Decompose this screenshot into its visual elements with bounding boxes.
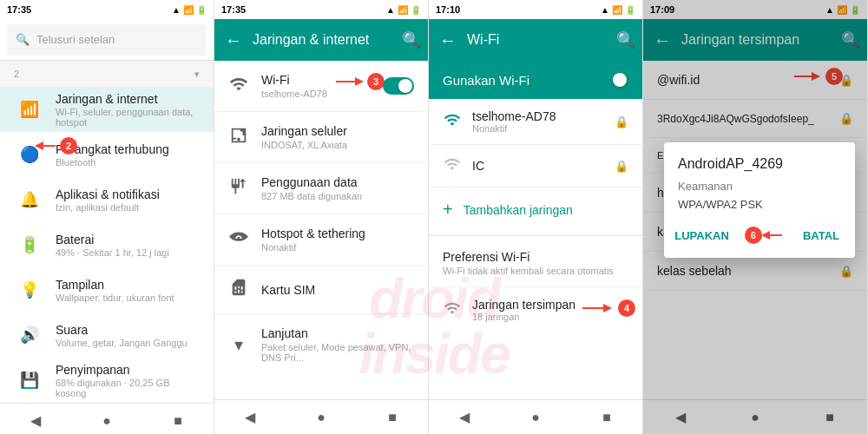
forget-button[interactable]: LUPAKAN — [666, 224, 738, 247]
saved-sublabel: 18 jaringan — [472, 312, 628, 322]
home-nav-3[interactable]: ● — [518, 410, 553, 425]
signal-2: 📶 — [398, 5, 408, 15]
wifi-toolbar: ← Wi-Fi 🔍 — [429, 19, 642, 61]
lanjutan-item[interactable]: ▾ Lanjutan Paket seluler, Mode pesawat, … — [214, 314, 428, 375]
wifi-pref-item[interactable]: Preferensi Wi-Fi Wi-Fi tidak aktif kemba… — [429, 240, 642, 287]
time-2: 17:35 — [221, 4, 246, 15]
display-icon: 💡 — [14, 274, 45, 306]
storage-icon: 💾 — [14, 365, 45, 396]
tselhome-item[interactable]: tselhome-AD78 Nonaktif 🔒 — [429, 99, 642, 145]
use-wifi-label: Gunakan Wi-Fi — [443, 73, 529, 88]
penyimpanan-sublabel: 68% digunakan · 20,25 GB kosong — [56, 378, 200, 398]
network-panel: 17:35 ▲ 📶 🔋 ← Jaringan & internet 🔍 Wi-F… — [214, 0, 429, 434]
sidebar-item-jaringan[interactable]: 📶 Jaringan & internet Wi-Fi, seluler, pe… — [0, 87, 214, 132]
ic-item[interactable]: IC 🔒 — [429, 145, 642, 187]
aplikasi-label: Aplikasi & notifikasi — [56, 187, 200, 201]
wifi-setting-icon — [228, 75, 249, 98]
saved-panel: 17:09 ▲ 📶 🔋 ← Jaringan tersimpan 🔍 @wifi… — [643, 0, 868, 434]
perangkat-sublabel: Bluetooth — [56, 157, 200, 168]
add-network-item[interactable]: + Tambahkan jaringan — [429, 187, 642, 232]
lanjutan-label: Lanjutan — [261, 326, 414, 340]
status-bar-2: 17:35 ▲ 📶 🔋 — [214, 0, 428, 19]
back-nav-2[interactable]: ◀ — [233, 409, 267, 425]
dialog-overlay: AndroidAP_4269 Keamanan WPA/WPA2 PSK LUP… — [643, 0, 867, 434]
sidebar-item-suara[interactable]: 🔊 Suara Volume, getar, Jangan Ganggu — [0, 312, 214, 358]
cellular-setting-item[interactable]: Jaringan seluler INDOSAT, XL Axiata — [214, 112, 428, 163]
data-usage-icon — [228, 177, 249, 201]
hotspot-sublabel: Nonaktif — [261, 242, 414, 253]
lanjutan-sublabel: Paket seluler, Mode pesawat, VPN, DNS Pr… — [261, 342, 414, 363]
pref-label: Preferensi Wi-Fi — [443, 250, 628, 264]
tselhome-sublabel: Nonaktif — [472, 123, 604, 134]
tselhome-lock-icon: 🔒 — [615, 115, 628, 128]
sidebar-item-baterai[interactable]: 🔋 Baterai 49% · Sekitar 1 hr, 12 j lagi — [0, 222, 214, 267]
dialog-security-label: Keamanan — [664, 177, 855, 195]
settings-search-bar[interactable]: 🔍 Telusuri setelan — [7, 24, 207, 56]
saved-networks-item[interactable]: Jaringan tersimpan 18 jaringan 4 — [429, 287, 642, 332]
annotation-circle-6: 6 — [745, 227, 762, 244]
home-nav-1[interactable]: ● — [89, 413, 124, 429]
hotspot-icon — [228, 228, 249, 252]
sidebar-item-penyimpanan[interactable]: 💾 Penyimpanan 68% digunakan · 20,25 GB k… — [0, 358, 214, 403]
search-button-3[interactable]: 🔍 — [616, 30, 635, 49]
back-button-3[interactable]: ← — [436, 27, 460, 54]
battery-settings-icon: 🔋 — [14, 229, 45, 260]
use-wifi-bar: Gunakan Wi-Fi — [429, 61, 642, 99]
section-header: 2 ▾ — [0, 61, 214, 87]
search-button-2[interactable]: 🔍 — [402, 30, 421, 49]
bottom-nav-1: ◀ ● ■ — [0, 403, 214, 434]
sound-icon: 🔊 — [14, 319, 45, 351]
back-nav-3[interactable]: ◀ — [447, 409, 482, 425]
suara-sublabel: Volume, getar, Jangan Ganggu — [56, 338, 200, 348]
sidebar-item-aplikasi[interactable]: 🔔 Aplikasi & notifikasi Izin, aplikasi d… — [0, 177, 214, 222]
baterai-label: Baterai — [56, 233, 200, 247]
recents-nav-1[interactable]: ■ — [161, 413, 195, 429]
wifi-title: Wi-Fi — [467, 32, 609, 48]
bottom-nav-2: ◀ ● ■ — [214, 399, 428, 434]
add-network-icon: + — [443, 200, 453, 220]
status-bar-3: 17:10 ▲ 📶 🔋 — [429, 0, 642, 19]
time-1: 17:35 — [7, 4, 31, 15]
bottom-nav-3: ◀ ● ■ — [429, 399, 642, 434]
sidebar-item-tampilan[interactable]: 💡 Tampilan Wallpaper, tidur, ukuran font — [0, 267, 214, 312]
home-nav-2[interactable]: ● — [304, 410, 339, 425]
notif-icon: 🔔 — [14, 184, 45, 215]
wifi-item-sublabel: tselhome-AD78 — [261, 89, 371, 99]
aplikasi-sublabel: Izin, aplikasi default — [56, 202, 200, 213]
penyimpanan-label: Penyimpanan — [56, 363, 200, 377]
settings-panel: 17:35 ▲ 📶 🔋 🔍 Telusuri setelan 2 ▾ 📶 Jar… — [0, 0, 214, 434]
back-nav-1[interactable]: ◀ — [18, 412, 53, 429]
recents-nav-3[interactable]: ■ — [589, 410, 624, 425]
wifi-divider — [429, 235, 642, 236]
expand-icon[interactable]: ▾ — [194, 69, 200, 80]
tampilan-sublabel: Wallpaper, tidur, ukuran font — [56, 293, 200, 303]
back-button-2[interactable]: ← — [221, 27, 246, 54]
hotspot-item[interactable]: Hotspot & tethering Nonaktif — [214, 214, 428, 266]
expand-icon-network: ▾ — [228, 334, 249, 355]
tampilan-label: Tampilan — [56, 278, 200, 292]
wifi-status-icon: ▲ — [172, 5, 181, 15]
sim-icon — [228, 278, 249, 301]
cellular-icon — [228, 126, 249, 149]
ic-lock-icon: 🔒 — [615, 160, 628, 173]
settings-toolbar: 🔍 Telusuri setelan — [0, 19, 214, 61]
recents-nav-2[interactable]: ■ — [375, 410, 410, 425]
use-wifi-toggle[interactable] — [597, 71, 628, 89]
perangkat-label: Perangkat terhubung — [56, 142, 200, 156]
suara-label: Suara — [56, 323, 200, 337]
network-toolbar: ← Jaringan & internet 🔍 — [214, 19, 428, 61]
section-label: 2 — [14, 69, 19, 79]
wifi-toggle[interactable] — [383, 77, 414, 95]
sidebar-item-perangkat[interactable]: 🔵 Perangkat terhubung Bluetooth 2 — [0, 132, 214, 177]
data-usage-item[interactable]: Penggunaan data 827 MB data digunakan — [214, 163, 428, 214]
kartu-sim-item[interactable]: Kartu SIM — [214, 266, 428, 314]
dialog-title: AndroidAP_4269 — [664, 156, 855, 177]
ic-label: IC — [472, 159, 604, 173]
cancel-button[interactable]: BATAL — [794, 224, 848, 247]
ic-wifi-icon — [443, 155, 462, 176]
tselhome-wifi-icon — [443, 111, 462, 132]
data-usage-sublabel: 827 MB data digunakan — [261, 191, 414, 201]
saved-wifi-icon — [443, 299, 462, 321]
status-icons-1: ▲ 📶 🔋 — [172, 5, 207, 15]
wifi-setting-item[interactable]: Wi-Fi tselhome-AD78 3 — [214, 61, 428, 112]
